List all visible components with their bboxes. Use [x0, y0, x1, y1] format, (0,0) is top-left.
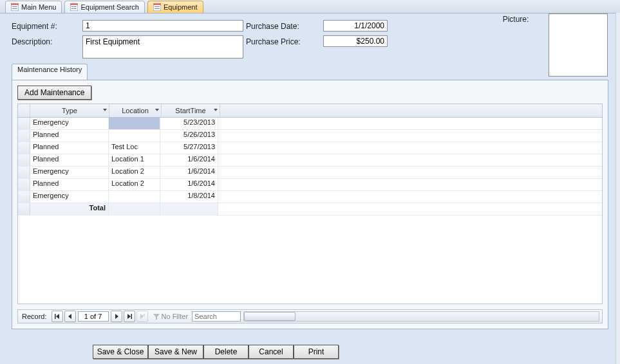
select-all-corner[interactable] — [18, 104, 30, 117]
scrollbar-thumb[interactable] — [244, 312, 296, 321]
table-row[interactable]: PlannedLocation 21/6/2014 — [18, 179, 602, 191]
cell-location[interactable]: Location 2 — [109, 179, 160, 190]
description-label: Description: — [12, 35, 82, 46]
equipment-form: Equipment #: Purchase Date: Description:… — [0, 14, 620, 59]
prev-record-button[interactable] — [64, 311, 76, 322]
svg-rect-5 — [70, 3, 78, 5]
first-record-button[interactable] — [52, 311, 63, 322]
table-row[interactable]: PlannedLocation 11/6/2014 — [18, 154, 602, 167]
cell-starttime[interactable]: 5/27/2013 — [160, 142, 218, 154]
next-record-button[interactable] — [111, 311, 122, 322]
svg-rect-11 — [155, 8, 160, 9]
svg-rect-13 — [131, 314, 132, 319]
column-label: Type — [62, 107, 77, 114]
cell-starttime[interactable]: 1/8/2014 — [160, 191, 218, 203]
funnel-icon — [153, 313, 160, 320]
vertical-scrollbar[interactable] — [615, 13, 620, 364]
tab-equipment-search[interactable]: Equipment Search — [64, 1, 145, 13]
filter-indicator[interactable]: No Filter — [153, 313, 189, 320]
tab-equipment[interactable]: Equipment — [147, 1, 203, 13]
search-field[interactable] — [192, 311, 241, 322]
description-field[interactable]: First Equipment — [82, 35, 243, 59]
cell-starttime[interactable]: 1/6/2014 — [160, 179, 218, 190]
form-button-bar: Save & Close Save & New Delete Cancel Pr… — [93, 345, 339, 359]
row-selector[interactable] — [18, 130, 30, 141]
equipment-number-field[interactable] — [82, 20, 243, 32]
tab-label: Main Menu — [21, 3, 56, 11]
dropdown-icon[interactable] — [102, 106, 108, 114]
cancel-button[interactable]: Cancel — [249, 345, 294, 359]
horizontal-scrollbar[interactable] — [243, 311, 599, 322]
row-selector[interactable] — [18, 191, 30, 203]
datasheet-header: Type Location StartTime — [18, 104, 602, 118]
delete-button[interactable]: Delete — [203, 345, 249, 359]
picture-label: Picture: — [487, 15, 545, 24]
row-selector[interactable] — [18, 154, 30, 166]
print-button[interactable]: Print — [294, 345, 339, 359]
tab-main-menu[interactable]: Main Menu — [5, 1, 62, 13]
purchase-date-label: Purchase Date: — [246, 20, 323, 31]
cell — [160, 203, 218, 215]
cell-location[interactable]: Location 1 — [109, 154, 160, 166]
picture-box[interactable] — [549, 14, 608, 77]
table-row[interactable]: Emergency5/23/2013 — [18, 118, 602, 130]
cell-location[interactable] — [109, 130, 160, 141]
row-selector[interactable] — [18, 118, 30, 129]
save-close-button[interactable]: Save & Close — [93, 345, 148, 359]
last-record-button[interactable] — [124, 311, 135, 322]
row-selector[interactable] — [18, 142, 30, 154]
cell-starttime[interactable]: 1/6/2014 — [160, 154, 218, 166]
maintenance-history-section: Maintenance History Add Maintenance Type… — [12, 64, 608, 329]
tab-label: Equipment Search — [80, 3, 139, 11]
form-icon — [70, 3, 78, 11]
cell-location[interactable]: Location 2 — [109, 167, 160, 178]
row-selector[interactable] — [18, 167, 30, 178]
record-position-field[interactable] — [78, 311, 109, 322]
cell-starttime[interactable]: 5/23/2013 — [160, 118, 218, 129]
cell-type[interactable]: Planned — [30, 130, 109, 141]
purchase-price-field[interactable] — [323, 35, 388, 47]
dropdown-icon[interactable] — [213, 106, 218, 114]
save-new-button[interactable]: Save & New — [148, 345, 203, 359]
svg-rect-6 — [71, 6, 77, 7]
new-record-button[interactable] — [136, 311, 148, 322]
tab-label: Equipment — [164, 3, 198, 11]
cell-location[interactable]: Test Loc — [109, 142, 160, 154]
total-label: Total — [30, 203, 109, 215]
table-row[interactable]: Emergency1/8/2014 — [18, 191, 602, 203]
purchase-date-field[interactable] — [323, 20, 388, 32]
record-label: Record: — [18, 313, 51, 320]
purchase-price-label: Purchase Price: — [246, 35, 323, 46]
table-row[interactable]: EmergencyLocation 21/6/2014 — [18, 167, 602, 179]
dropdown-icon[interactable] — [155, 106, 160, 114]
cell-type[interactable]: Planned — [30, 142, 109, 154]
cell-type[interactable]: Emergency — [30, 118, 109, 129]
table-row[interactable]: Planned5/26/2013 — [18, 130, 602, 142]
row-selector[interactable] — [18, 179, 30, 190]
column-label: Location — [122, 107, 149, 114]
row-selector — [18, 203, 30, 215]
add-maintenance-button[interactable]: Add Maintenance — [17, 86, 91, 100]
svg-rect-12 — [55, 314, 56, 319]
tab-maintenance-history[interactable]: Maintenance History — [12, 64, 88, 80]
cell-location[interactable] — [109, 191, 160, 203]
svg-rect-10 — [155, 6, 160, 7]
table-row[interactable]: PlannedTest Loc5/27/2013 — [18, 142, 602, 154]
cell-type[interactable]: Planned — [30, 154, 109, 166]
document-tab-bar: Main Menu Equipment Search Equipment — [0, 0, 620, 14]
svg-rect-9 — [153, 3, 161, 5]
cell-location[interactable] — [109, 118, 160, 129]
column-label: StartTime — [175, 107, 205, 114]
column-header-location[interactable]: Location — [109, 104, 162, 117]
cell-starttime[interactable]: 5/26/2013 — [160, 130, 218, 141]
cell-type[interactable]: Emergency — [30, 167, 109, 178]
form-icon — [11, 3, 19, 11]
column-header-starttime[interactable]: StartTime — [162, 104, 220, 117]
cell-type[interactable]: Emergency — [30, 191, 109, 203]
record-navigator: Record: No Filter — [17, 309, 603, 323]
cell-type[interactable]: Planned — [30, 179, 109, 190]
maintenance-datasheet: Type Location StartTime Emergency5/23/20… — [17, 104, 603, 304]
cell-starttime[interactable]: 1/6/2014 — [160, 167, 218, 178]
svg-rect-1 — [11, 3, 19, 5]
column-header-type[interactable]: Type — [30, 104, 109, 117]
